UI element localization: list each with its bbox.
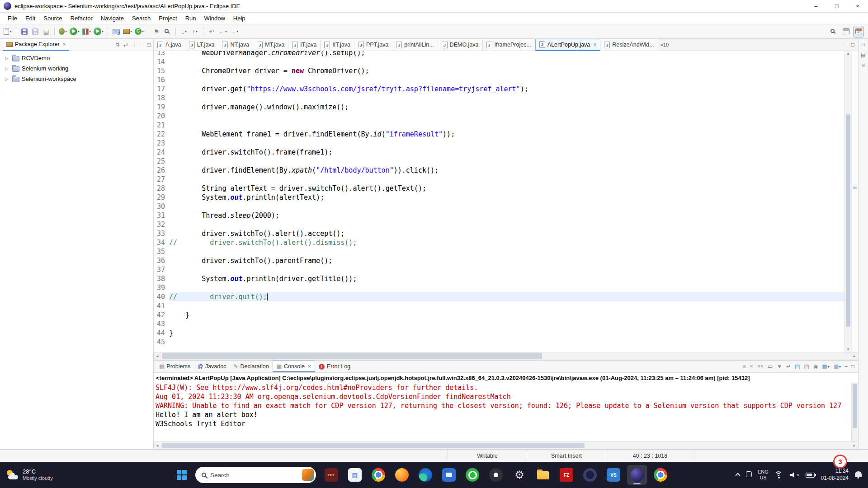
- start-button[interactable]: [172, 465, 192, 485]
- code-editor[interactable]: 13 WebDriverManager.chromedriver().setup…: [154, 51, 858, 352]
- console-horizontal-scrollbar[interactable]: ◂ ▸: [154, 441, 858, 449]
- open-perspective-icon[interactable]: [841, 26, 851, 37]
- scroll-left-icon[interactable]: ◂: [154, 352, 161, 360]
- close-tab-icon[interactable]: ×: [308, 363, 311, 370]
- minimized-outline-view-icon[interactable]: ▤: [861, 52, 866, 58]
- scroll-up-icon[interactable]: ▲: [845, 52, 851, 56]
- minimize-editor-icon[interactable]: –: [844, 42, 848, 48]
- editor-tab-printalllin[interactable]: JprintAllLin...: [392, 39, 438, 51]
- taskbar-app-eclipse[interactable]: [627, 465, 647, 485]
- scroll-down-icon[interactable]: ▼: [845, 347, 851, 352]
- view-tab-console[interactable]: ▥Console×: [273, 361, 315, 372]
- menu-refactor[interactable]: Refactor: [66, 15, 97, 22]
- tree-item-rcvdemo[interactable]: ▷RCVDemo: [0, 53, 153, 63]
- taskbar-app-firefox[interactable]: [392, 465, 412, 485]
- editor-tab-a-java[interactable]: JA.java: [154, 39, 185, 51]
- notification-bell-icon[interactable]: [855, 471, 862, 479]
- console-terminate-icon[interactable]: ■: [743, 363, 746, 370]
- expand-arrow-icon[interactable]: ▷: [4, 77, 10, 81]
- wifi-icon[interactable]: [774, 471, 783, 479]
- menu-run[interactable]: Run: [181, 15, 200, 22]
- view-tab-javadoc[interactable]: @Javadoc: [194, 361, 230, 372]
- editor-tab-iframeprojec[interactable]: JIframeProjec...: [483, 39, 535, 51]
- explorer-tool-icon-5[interactable]: □: [147, 42, 151, 48]
- quick-search-icon[interactable]: [828, 26, 838, 37]
- editor-tab-ppt-java[interactable]: JPPT.java: [354, 39, 392, 51]
- explorer-tool-icon-1[interactable]: ⇅: [115, 42, 120, 48]
- expand-arrow-icon[interactable]: ▷: [4, 66, 10, 71]
- editor-tab-demo-java[interactable]: JDEMO.java: [438, 39, 483, 51]
- menu-file[interactable]: File: [4, 15, 21, 22]
- new-class-icon[interactable]: ▾: [134, 26, 145, 37]
- console-clear-console-icon[interactable]: ▭: [768, 363, 773, 370]
- editor-tab-mt-java[interactable]: JMT.java: [253, 39, 288, 51]
- expand-arrow-icon[interactable]: ▷: [4, 56, 10, 61]
- external-tools-icon[interactable]: ▾: [93, 26, 104, 37]
- menu-window[interactable]: Window: [200, 15, 229, 22]
- taskbar-app-github[interactable]: [486, 465, 506, 485]
- clock[interactable]: 11:24 01-08-2024: [821, 468, 849, 482]
- view-tab-problems[interactable]: ▦Problems: [156, 361, 194, 372]
- taskbar-search[interactable]: Search: [195, 467, 316, 483]
- restore-minimized-view-icon[interactable]: □: [862, 41, 865, 47]
- menu-search[interactable]: Search: [128, 15, 155, 22]
- hidden-icons-chevron[interactable]: [736, 471, 740, 479]
- taskbar-app-opera[interactable]: [580, 465, 600, 485]
- editor-horizontal-scrollbar[interactable]: ◂ ▸: [154, 352, 858, 360]
- taskbar-app-edge[interactable]: [415, 465, 435, 485]
- console-show-on-stderr-icon[interactable]: ▤: [804, 363, 809, 370]
- minimize-button[interactable]: –: [806, 0, 826, 12]
- save-icon[interactable]: [19, 26, 29, 37]
- minimize-console-icon[interactable]: –: [844, 363, 848, 370]
- view-tab-declaration[interactable]: ✎Declaration: [230, 361, 272, 372]
- new-package-icon[interactable]: ▾: [122, 26, 133, 37]
- explorer-tool-icon-2[interactable]: ⇄: [123, 42, 128, 48]
- taskbar-app-mail[interactable]: [439, 465, 459, 485]
- minimized-view-menu-icon[interactable]: ≡: [862, 62, 865, 68]
- explorer-tool-icon-3[interactable]: ⋮: [132, 42, 137, 48]
- console-scroll-right-icon[interactable]: ▸: [851, 442, 858, 449]
- close-button[interactable]: ×: [847, 0, 868, 12]
- console-scroll-left-icon[interactable]: ◂: [154, 442, 161, 449]
- taskbar-app-filezilla[interactable]: FZ: [557, 465, 576, 485]
- taskbar-app-chrome[interactable]: [368, 465, 388, 485]
- maximize-console-icon[interactable]: □: [851, 363, 854, 370]
- code-text-area[interactable]: 13 WebDriverManager.chromedriver().setup…: [154, 51, 844, 352]
- tab-overflow-indicator[interactable]: »10: [658, 42, 671, 47]
- open-task-icon[interactable]: ⚑: [151, 26, 161, 37]
- maximize-button[interactable]: □: [826, 0, 847, 12]
- editor-vscroll-thumb[interactable]: [846, 114, 850, 327]
- view-tab-error-log[interactable]: !Error Log: [315, 361, 354, 372]
- next-annotation-icon[interactable]: ↓▾: [179, 26, 189, 37]
- close-tab-icon[interactable]: ×: [593, 42, 596, 48]
- forward-icon[interactable]: →▾: [229, 26, 239, 37]
- editor-hscroll-thumb[interactable]: [162, 353, 542, 359]
- console-remove-all-terminated-icon[interactable]: ××: [757, 363, 764, 370]
- weather-widget[interactable]: 28°C Mostly cloudy: [0, 468, 99, 482]
- taskbar-app-presentation[interactable]: PRE: [321, 465, 341, 485]
- search-daily-image[interactable]: [302, 469, 314, 481]
- taskbar-app-file-explorer[interactable]: [533, 465, 553, 485]
- console-vscroll-thumb[interactable]: [853, 384, 857, 428]
- taskbar-app-whatsapp[interactable]: [462, 465, 482, 485]
- editor-vertical-scrollbar[interactable]: ▲ ▼: [844, 51, 851, 352]
- editor-tab-lt-java[interactable]: JLT.java: [185, 39, 219, 51]
- save-all-icon[interactable]: [30, 26, 40, 37]
- search-icon[interactable]: [162, 26, 172, 37]
- overview-ruler[interactable]: [851, 51, 858, 352]
- new-wizard-icon[interactable]: ▾: [3, 26, 13, 37]
- print-icon[interactable]: ▤: [41, 26, 51, 37]
- console-pin-console-icon[interactable]: ◉: [813, 363, 818, 370]
- taskbar-app-notepad[interactable]: ▤: [345, 465, 365, 485]
- overview-mark[interactable]: [853, 187, 857, 189]
- previous-annotation-icon[interactable]: ↑▾: [190, 26, 200, 37]
- taskbar-app-chrome-profile[interactable]: [651, 465, 670, 485]
- new-java-project-icon[interactable]: [111, 26, 121, 37]
- debug-icon[interactable]: ▾: [58, 26, 68, 37]
- package-explorer-tab[interactable]: Package Explorer ×: [3, 39, 69, 51]
- editor-tab-alertpopup-java[interactable]: JALertPopUp.java×: [535, 39, 601, 51]
- menu-project[interactable]: Project: [155, 15, 181, 22]
- back-icon[interactable]: ←▾: [217, 26, 228, 37]
- menu-navigate[interactable]: Navigate: [97, 15, 128, 22]
- console-scroll-lock-icon[interactable]: ▼: [777, 363, 782, 370]
